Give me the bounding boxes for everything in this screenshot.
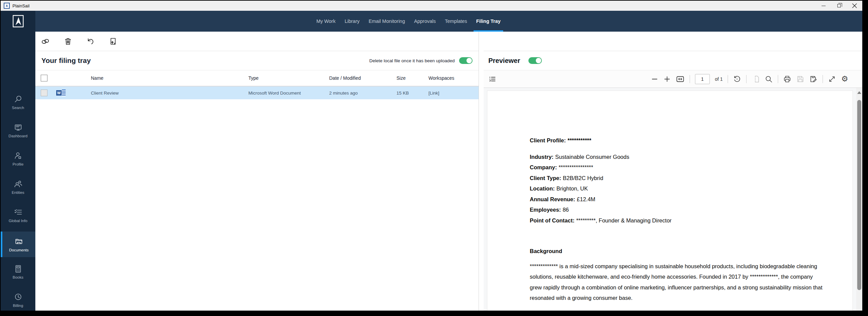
toggle-knob [536, 58, 541, 63]
sidebar-item-label: Global Info [9, 219, 28, 223]
upload-document-button[interactable] [109, 37, 118, 46]
word-doc-lines [62, 90, 66, 96]
sidebar-item-label: Profile [12, 162, 24, 166]
sidebar-item-billing[interactable]: Billing [1, 288, 35, 311]
sidebar-item-label: Billing [13, 304, 23, 308]
table-row[interactable]: W Client Review Microsoft Word Document … [35, 87, 478, 99]
sidebar-item-search[interactable]: Search [1, 90, 35, 114]
extract-page-icon [751, 75, 760, 83]
doc-field: Employees:86 [530, 204, 827, 215]
doc-field: Location:Brighton, UK [530, 183, 827, 194]
sidebar-list-icon [488, 75, 496, 83]
nav-tabs: My Work Library Email Monitoring Approva… [316, 11, 500, 32]
expand-icon [828, 75, 836, 83]
sidebar-item-label: Documents [9, 248, 29, 252]
column-header-modified[interactable]: Date / Modified [329, 75, 397, 81]
doc-field-value: *********, Founder & Managing Director [576, 217, 672, 223]
doc-field-label: Employees: [530, 207, 561, 213]
upload-document-icon [109, 37, 118, 46]
toolbar-separator [746, 75, 746, 83]
save-button[interactable] [796, 75, 804, 83]
tab-library[interactable]: Library [345, 11, 360, 32]
sidebar-item-label: Search [12, 106, 24, 110]
close-button[interactable] [847, 1, 862, 11]
table-header-row: Name Type Date / Modified Size Workspace… [35, 70, 478, 87]
checklist-icon [13, 208, 23, 217]
filing-tray-toolbar [35, 32, 478, 51]
doc-field: Industry:Sustainable Consumer Goods [530, 152, 827, 162]
doc-field-label: Point of Contact: [530, 217, 575, 223]
sidebar-item-global-info[interactable]: Global Info [1, 203, 35, 227]
doc-field-value: Brighton, UK [556, 185, 588, 191]
document-scrollbar[interactable] [856, 88, 862, 311]
close-icon [852, 3, 857, 8]
delete-local-file-toggle[interactable] [459, 57, 472, 64]
zoom-out-button[interactable] [651, 75, 658, 83]
row-checkbox[interactable] [41, 90, 48, 96]
sidebar-item-label: Dashboard [8, 134, 27, 138]
document-text: Client Profile:*********** Industry:Sust… [487, 91, 827, 304]
doc-field-value: Sustainable Consumer Goods [555, 154, 629, 160]
document-page: Client Profile:*********** Industry:Sust… [487, 91, 853, 311]
column-header-size[interactable]: Size [397, 75, 429, 81]
document-viewport: Client Profile:*********** Industry:Sust… [484, 88, 862, 311]
link-button[interactable] [41, 37, 50, 46]
sidebar-item-dashboard[interactable]: Dashboard [1, 119, 35, 142]
column-header-type[interactable]: Type [248, 75, 329, 81]
settings-button[interactable]: ⚙ [841, 75, 848, 83]
rotate-button[interactable] [733, 75, 741, 83]
undo-button[interactable] [86, 37, 95, 46]
sidebar-item-entities[interactable]: Entities [1, 175, 35, 198]
print-button[interactable] [783, 75, 791, 83]
minimize-button[interactable] [816, 1, 831, 11]
zoom-in-button[interactable] [663, 75, 671, 83]
tab-templates[interactable]: Templates [445, 11, 467, 32]
previewer-panel: Previewer 1 [484, 32, 862, 311]
extract-pages-button[interactable] [751, 75, 760, 83]
filing-tray-header: Your filing tray Delete local file once … [35, 51, 478, 70]
minus-icon [651, 75, 658, 83]
main-area: Search Dashboard Profile Entities Global… [1, 32, 862, 311]
sidebar-item-profile[interactable]: Profile [1, 147, 35, 170]
sidebar-item-documents[interactable]: Documents [1, 231, 35, 257]
previewer-title: Previewer [488, 57, 520, 65]
previewer-toggle[interactable] [528, 57, 542, 64]
fit-width-button[interactable] [676, 75, 685, 83]
pdf-controls: 1 of 1 [651, 74, 858, 84]
scroll-up-arrow-icon[interactable] [857, 91, 861, 94]
clock-icon [13, 292, 23, 302]
delete-button[interactable] [64, 37, 72, 46]
delete-toggle-label: Delete local file once it has been uploa… [369, 58, 455, 63]
tab-my-work[interactable]: My Work [316, 11, 336, 32]
restore-button[interactable] [831, 1, 847, 11]
toggle-thumbnails-button[interactable] [488, 75, 496, 83]
expand-button[interactable] [828, 75, 836, 83]
scrollbar-thumb[interactable] [857, 100, 861, 290]
column-header-name[interactable]: Name [91, 75, 248, 81]
cell-workspaces-link[interactable]: [Link] [429, 91, 479, 96]
doc-field-value: **************** [559, 164, 593, 170]
tab-filing-tray[interactable]: Filing Tray [476, 11, 501, 32]
page-number-input[interactable]: 1 [695, 74, 710, 84]
tab-email-monitoring[interactable]: Email Monitoring [369, 11, 405, 32]
minimize-icon [822, 6, 826, 6]
restore-icon [837, 4, 841, 7]
cell-name: Client Review [91, 91, 248, 96]
search-document-button[interactable] [765, 75, 773, 83]
tab-approvals[interactable]: Approvals [414, 11, 435, 32]
sidebar-item-label: Books [13, 275, 24, 279]
sidebar-item-label: Entities [12, 190, 25, 194]
dashboard-icon [13, 123, 23, 132]
filing-tray-empty-area [35, 99, 478, 311]
doc-field: Point of Contact:*********, Founder & Ma… [530, 215, 827, 226]
doc-field: Client Profile:*********** [530, 135, 827, 146]
doc-section-heading: Background [530, 246, 827, 257]
column-header-workspaces[interactable]: Workspaces [429, 75, 479, 81]
doc-field: Company:**************** [530, 162, 827, 173]
select-all-checkbox[interactable] [41, 75, 48, 82]
search-icon [13, 95, 23, 104]
profile-icon [13, 151, 23, 160]
sidebar-item-books[interactable]: Books [1, 260, 35, 283]
save-annotations-button[interactable] [809, 75, 817, 83]
entities-icon [13, 179, 23, 189]
